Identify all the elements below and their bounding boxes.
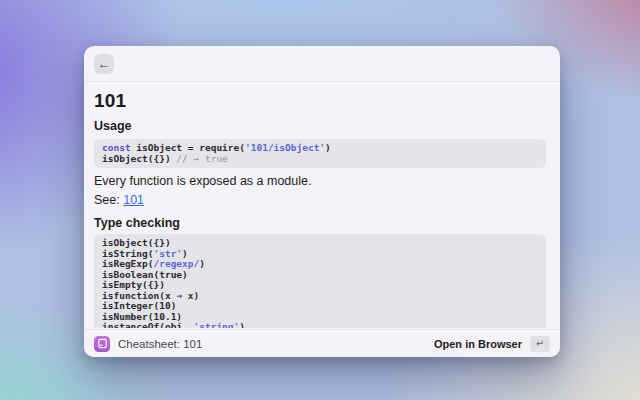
back-button[interactable]: ←	[94, 54, 114, 74]
arrow-left-icon: ←	[98, 57, 110, 71]
return-key-icon[interactable]: ↵	[530, 336, 550, 352]
window-footer: Cheatsheet: 101 Open in Browser ↵	[84, 329, 560, 357]
see-link[interactable]: 101	[123, 193, 144, 207]
description-text: Every function is exposed as a module.	[94, 175, 546, 188]
open-in-browser-button[interactable]: Open in Browser	[434, 338, 522, 350]
code-line: isObject({}) // → true	[102, 154, 538, 165]
page-title: 101	[94, 91, 546, 111]
see-label: See:	[94, 193, 120, 207]
desktop-background: { "colors": { "keyword_indigo": "#5a51d4…	[0, 0, 640, 400]
usage-heading: Usage	[94, 120, 546, 133]
content-scroll-area[interactable]: 101 Usage const isObject = require('101/…	[84, 82, 560, 328]
return-glyph: ↵	[536, 338, 544, 349]
window-header: ←	[84, 46, 560, 82]
footer-source-label: Cheatsheet: 101	[118, 338, 202, 350]
cheatsheet-window: ← 101 Usage const isObject = require('10…	[84, 46, 560, 357]
code-line: instanceOf(obj, 'string')	[102, 322, 538, 328]
type-checking-heading: Type checking	[94, 217, 546, 230]
notebook-icon	[97, 338, 108, 349]
code-line: isBoolean(true)	[102, 270, 538, 281]
type-checking-code-block: isObject({})isString('str')isRegExp(/reg…	[94, 234, 546, 328]
see-row: See: 101	[94, 194, 546, 207]
usage-code-block: const isObject = require('101/isObject')…	[94, 139, 546, 168]
cheatsheet-extension-icon	[94, 336, 110, 352]
